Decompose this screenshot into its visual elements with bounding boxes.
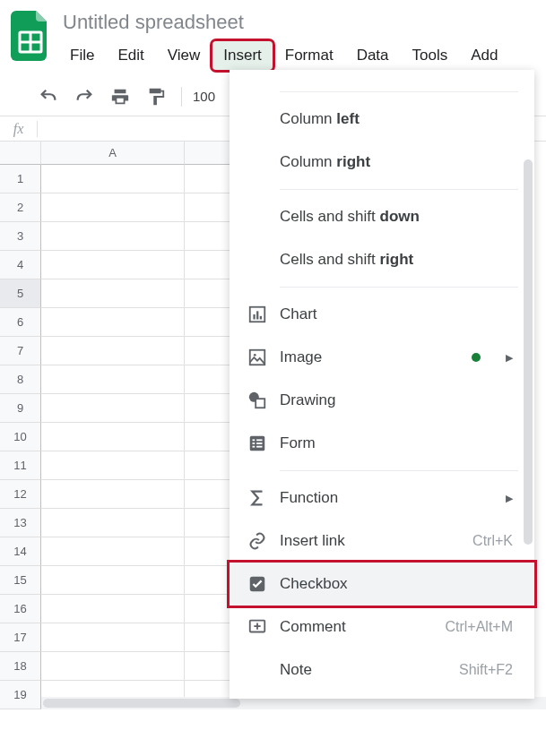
row-header[interactable]: 11	[0, 451, 41, 480]
cell[interactable]	[41, 509, 185, 537]
cell[interactable]	[41, 308, 185, 337]
row-header[interactable]: 9	[0, 394, 41, 423]
row-header[interactable]: 19	[0, 681, 41, 709]
cell[interactable]	[41, 251, 185, 279]
undo-button[interactable]	[30, 81, 66, 113]
menu-item-column-left[interactable]: Column left	[230, 98, 534, 141]
select-all-corner[interactable]	[0, 142, 41, 165]
row-header[interactable]: 13	[0, 509, 41, 537]
menu-format[interactable]: Format	[274, 41, 344, 70]
row-header[interactable]: 12	[0, 480, 41, 509]
svg-rect-12	[253, 439, 256, 441]
scrollbar-thumb[interactable]	[43, 699, 240, 708]
row-header[interactable]: 8	[0, 365, 41, 394]
fx-icon: fx	[0, 121, 38, 137]
print-button[interactable]	[102, 81, 138, 113]
toolbar-separator	[181, 87, 182, 107]
svg-rect-15	[256, 442, 262, 444]
svg-rect-4	[253, 314, 255, 320]
row-header[interactable]: 10	[0, 423, 41, 451]
cell[interactable]	[41, 279, 185, 308]
menu-data[interactable]: Data	[346, 41, 400, 70]
comment-icon	[247, 617, 280, 637]
menu-item-note[interactable]: Note Shift+F2	[230, 649, 534, 692]
menu-item-function[interactable]: Function ▶	[230, 477, 534, 520]
row-header[interactable]: 17	[0, 623, 41, 652]
menu-item-image[interactable]: Image ▶	[230, 336, 534, 379]
row-header[interactable]: 2	[0, 193, 41, 222]
checkbox-icon	[247, 574, 280, 594]
svg-rect-17	[256, 446, 262, 448]
row-header[interactable]: 3	[0, 222, 41, 251]
menu-tools[interactable]: Tools	[402, 41, 459, 70]
chart-icon	[247, 305, 280, 324]
menu-divider	[280, 287, 518, 288]
cell[interactable]	[41, 365, 185, 394]
menu-view[interactable]: View	[157, 41, 212, 70]
cell[interactable]	[41, 423, 185, 451]
row-header[interactable]: 14	[0, 537, 41, 566]
row-header[interactable]: 4	[0, 251, 41, 279]
form-icon	[247, 434, 280, 453]
scrollbar-thumb[interactable]	[524, 159, 533, 545]
menu-item-checkbox[interactable]: Checkbox	[230, 563, 534, 606]
drawing-icon	[247, 391, 280, 410]
new-feature-dot	[472, 353, 481, 362]
cell[interactable]	[41, 337, 185, 365]
menu-divider	[280, 91, 518, 92]
menu-insert[interactable]: Insert	[212, 41, 273, 70]
svg-rect-6	[260, 316, 262, 320]
sigma-icon	[247, 488, 280, 508]
cell[interactable]	[41, 566, 185, 595]
menu-addons[interactable]: Add	[460, 41, 508, 70]
sheets-logo-icon	[11, 11, 50, 61]
menu-item-cells-shift-down[interactable]: Cells and shift down	[230, 195, 534, 238]
svg-point-8	[254, 354, 256, 357]
svg-rect-14	[253, 442, 256, 444]
cell[interactable]	[41, 222, 185, 251]
row-header[interactable]: 7	[0, 337, 41, 365]
row-header[interactable]: 18	[0, 652, 41, 681]
paint-format-button[interactable]	[138, 81, 174, 113]
menu-divider	[280, 470, 518, 471]
cell[interactable]	[41, 165, 185, 193]
svg-rect-5	[256, 311, 258, 319]
row-header[interactable]: 16	[0, 595, 41, 623]
chevron-right-icon: ▶	[506, 493, 513, 504]
menu-item-comment[interactable]: Comment Ctrl+Alt+M	[230, 606, 534, 649]
menu-item-row-below-partial[interactable]	[230, 70, 534, 86]
image-icon	[247, 348, 280, 367]
row-header[interactable]: 15	[0, 566, 41, 595]
cell[interactable]	[41, 623, 185, 652]
menu-vertical-scrollbar[interactable]	[524, 97, 533, 690]
document-title[interactable]: Untitled spreadsheet	[59, 9, 546, 36]
row-header[interactable]: 5	[0, 279, 41, 308]
menu-item-cells-shift-right[interactable]: Cells and shift right	[230, 238, 534, 281]
cell[interactable]	[41, 480, 185, 509]
redo-button[interactable]	[66, 81, 102, 113]
menu-file[interactable]: File	[59, 41, 105, 70]
row-header[interactable]: 6	[0, 308, 41, 337]
menu-item-insert-link[interactable]: Insert link Ctrl+K	[230, 520, 534, 563]
chevron-right-icon: ▶	[506, 352, 513, 364]
cell[interactable]	[41, 595, 185, 623]
menu-item-drawing[interactable]: Drawing	[230, 379, 534, 422]
row-header[interactable]: 1	[0, 165, 41, 193]
menu-item-column-right[interactable]: Column right	[230, 141, 534, 184]
zoom-selector[interactable]: 100	[189, 89, 219, 104]
cell[interactable]	[41, 394, 185, 423]
menu-bar: File Edit View Insert Format Data Tools …	[59, 41, 546, 70]
cell[interactable]	[41, 451, 185, 480]
menu-item-form[interactable]: Form	[230, 422, 534, 465]
cell[interactable]	[41, 193, 185, 222]
link-icon	[247, 531, 280, 551]
cell[interactable]	[41, 537, 185, 566]
svg-rect-16	[253, 446, 256, 448]
cell[interactable]	[41, 652, 185, 681]
menu-divider	[280, 189, 518, 190]
horizontal-scrollbar[interactable]	[41, 697, 546, 709]
menu-item-chart[interactable]: Chart	[230, 293, 534, 336]
insert-menu-dropdown: Column left Column right Cells and shift…	[230, 70, 534, 699]
menu-edit[interactable]: Edit	[107, 41, 154, 70]
column-header[interactable]: A	[41, 142, 185, 165]
